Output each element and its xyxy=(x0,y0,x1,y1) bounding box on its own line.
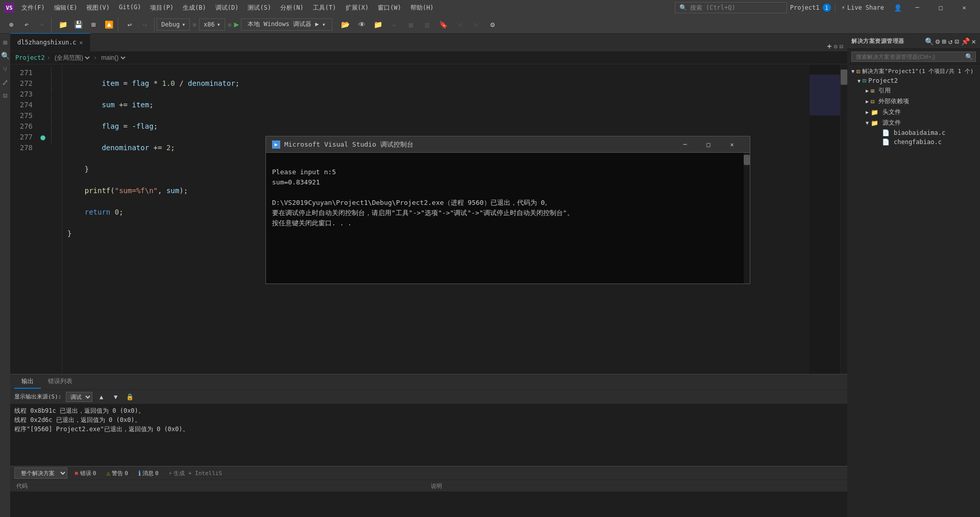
header-files-item[interactable]: ▶ 📁 头文件 xyxy=(847,107,980,118)
output-text: 线程 0x8b91c 已退出，返回值为 0 (0x0)。 线程 0x2d6c 已… xyxy=(10,404,847,466)
debug-config-dropdown[interactable]: Debug ▾ xyxy=(157,18,190,31)
menu-project[interactable]: 项目(P) xyxy=(146,3,178,13)
menu-build[interactable]: 生成(B) xyxy=(179,3,210,13)
menu-edit[interactable]: 编辑(E) xyxy=(50,3,82,13)
sidebar-refresh-icon[interactable]: ↺ xyxy=(948,37,952,45)
table-btn[interactable]: ▦ xyxy=(404,17,418,32)
error-badge[interactable]: ✖ 错误 0 xyxy=(71,469,99,478)
menu-view[interactable]: 视图(V) xyxy=(82,3,114,13)
file-item-1[interactable]: 📄 biaobaidaima.c xyxy=(847,128,980,137)
sidebar-close-icon[interactable]: ✕ xyxy=(972,37,976,45)
redo2-btn[interactable]: ↪ xyxy=(138,17,152,32)
activity-debug[interactable]: ⑇ xyxy=(1,78,10,87)
info-badge[interactable]: ℹ 消息 0 xyxy=(135,469,162,478)
activity-search[interactable]: 🔍 xyxy=(1,51,10,60)
activity-git[interactable]: ⑂ xyxy=(1,64,10,74)
col-desc: 说明 xyxy=(431,482,841,490)
sidebar-new-item-icon[interactable]: ⊞ xyxy=(942,37,946,45)
console-close-btn[interactable]: ✕ xyxy=(720,136,744,153)
error-scope-select[interactable]: 整个解决方案 xyxy=(14,467,67,479)
notification-badge[interactable]: 1 xyxy=(823,4,831,12)
menu-git[interactable]: Git(G) xyxy=(115,3,145,13)
new-folder-btn[interactable]: 📁 xyxy=(371,17,385,32)
publish-btn[interactable]: 🔼 xyxy=(102,17,116,32)
project-name-label: Project1 xyxy=(790,4,820,11)
sidebar-settings-icon[interactable]: ⚙ xyxy=(936,37,940,45)
new-tab-btn[interactable]: + xyxy=(827,41,832,51)
build-filter-btn[interactable]: ⚡ 生成 + IntelliS xyxy=(166,469,225,478)
folder-btn[interactable]: 📂 xyxy=(338,17,353,32)
project-label: Project2 xyxy=(868,77,898,84)
back-btn[interactable]: ◁ xyxy=(453,17,467,32)
scope-select-global[interactable]: (全局范围) xyxy=(53,54,91,62)
output-down-btn[interactable]: ▼ xyxy=(111,392,121,402)
error-list-tab[interactable]: 错误列表 xyxy=(41,375,80,389)
tab-settings-btn[interactable]: ⚙ xyxy=(834,43,838,50)
solution-root-item[interactable]: ▼ ⊡ 解决方案"Project1"(1 个项目/共 1 个) xyxy=(847,66,980,76)
output-source-select[interactable]: 调试 xyxy=(66,392,92,402)
table2-btn[interactable]: ▥ xyxy=(420,17,434,32)
close-button[interactable]: ✕ xyxy=(952,0,976,15)
editor-tab-active[interactable]: dl5zhangshixun.c ✕ xyxy=(10,33,90,51)
console-scrollbar[interactable] xyxy=(744,153,750,284)
new-project-btn[interactable]: ⊕ xyxy=(4,17,18,32)
scope-select-func[interactable]: main() xyxy=(99,54,127,62)
fwd-btn[interactable]: ▷ xyxy=(469,17,483,32)
references-item[interactable]: ▶ ⊞ 引用 xyxy=(847,85,980,96)
settings-btn[interactable]: ⚙ xyxy=(485,17,500,32)
output-lock-btn[interactable]: 🔒 xyxy=(125,392,135,402)
console-line-5: 要在调试停止时自动关闭控制台，请启用"工具"->"选项"->"调试"->"调试停… xyxy=(272,209,574,217)
sidebar-search-box[interactable]: 🔍 xyxy=(847,49,980,64)
error-content xyxy=(10,491,847,517)
bottom-tabs: 输出 错误列表 xyxy=(10,374,847,390)
undo-btn[interactable]: ↶ xyxy=(19,17,34,32)
edit-btn[interactable]: ✏ xyxy=(387,17,402,32)
debug-console-window: ▶ Microsoft Visual Studio 调试控制台 ─ □ ✕ Pl… xyxy=(265,136,750,284)
tab-split-btn[interactable]: ⊟ xyxy=(840,43,843,50)
activity-explorer[interactable]: ⊞ xyxy=(1,38,10,47)
open-btn[interactable]: 📁 xyxy=(56,17,70,32)
file-item-2[interactable]: 📄 chengfabiao.c xyxy=(847,137,980,147)
eye-btn[interactable]: 👁 xyxy=(355,17,369,32)
output-clear-btn[interactable]: ▲ xyxy=(96,392,107,402)
headfiles-icon: 📁 xyxy=(871,109,878,116)
console-maximize-btn[interactable]: □ xyxy=(697,136,720,153)
menu-debug[interactable]: 调试(D) xyxy=(211,3,243,13)
console-minimize-btn[interactable]: ─ xyxy=(673,136,697,153)
minimize-button[interactable]: ─ xyxy=(905,0,929,15)
redo-btn[interactable]: ↷ xyxy=(35,17,49,32)
save-btn[interactable]: 💾 xyxy=(71,17,85,32)
project-item[interactable]: ▼ ⊡ Project2 xyxy=(847,76,980,85)
sidebar-expand-icon[interactable]: ⊡ xyxy=(954,37,959,45)
menu-extensions[interactable]: 扩展(X) xyxy=(341,3,373,13)
warning-badge[interactable]: ⚠ 警告 0 xyxy=(103,469,131,478)
ext-dep-item[interactable]: ▶ ⊟ 外部依赖项 xyxy=(847,96,980,107)
live-share-button[interactable]: ⚡ Live Share xyxy=(835,4,890,11)
source-files-item[interactable]: ▼ 📁 源文件 xyxy=(847,118,980,128)
editor-scrollbar[interactable] xyxy=(840,64,847,374)
sidebar-pin-icon[interactable]: 📌 xyxy=(961,37,970,45)
menu-analyze[interactable]: 分析(N) xyxy=(276,3,308,13)
undo2-btn[interactable]: ↩ xyxy=(122,17,137,32)
solution-icon: ⊡ xyxy=(856,68,860,75)
save-all-btn[interactable]: ⊞ xyxy=(86,17,101,32)
output-tab[interactable]: 输出 xyxy=(14,375,41,389)
close-tab-icon[interactable]: ✕ xyxy=(80,39,83,46)
activity-extensions[interactable]: ⊡ xyxy=(1,91,10,100)
sidebar-search-input[interactable] xyxy=(851,52,976,62)
menu-help[interactable]: 帮助(H) xyxy=(406,3,438,13)
sidebar-search-icon[interactable]: 🔍 xyxy=(925,37,934,45)
bookmark-btn[interactable]: 🔖 xyxy=(436,17,451,32)
menu-window[interactable]: 窗口(W) xyxy=(374,3,405,13)
arch-config-dropdown[interactable]: x86 ▾ xyxy=(199,18,225,31)
sidebar-search-icon2: 🔍 xyxy=(965,53,973,60)
search-box-title[interactable]: 🔍 搜索 (Ctrl+Q) xyxy=(675,2,787,13)
menu-tools[interactable]: 工具(T) xyxy=(309,3,340,13)
menu-file[interactable]: 文件(F) xyxy=(17,3,49,13)
menu-test[interactable]: 测试(S) xyxy=(243,3,275,13)
restore-button[interactable]: □ xyxy=(929,0,952,15)
debug-config-group: Debug ▾ ▪ x86 ▾ ▪ xyxy=(157,18,232,31)
toolbar: ⊕ ↶ ↷ 📁 💾 ⊞ 🔼 ↩ ↪ Debug ▾ ▪ x86 ▾ ▪ ▶ 本地… xyxy=(0,15,980,34)
account-icon[interactable]: 👤 xyxy=(890,0,905,15)
run-button[interactable]: 本地 Windows 调试器 ▶ ▾ xyxy=(241,18,332,31)
